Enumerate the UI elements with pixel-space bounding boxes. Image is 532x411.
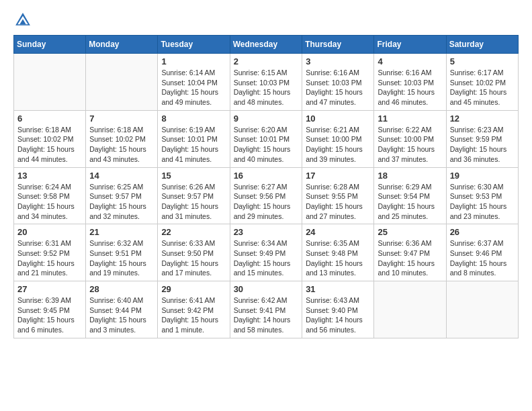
day-info: Sunrise: 6:37 AM Sunset: 9:46 PM Dayligh… [450,238,515,278]
calendar-week-row: 20Sunrise: 6:31 AM Sunset: 9:52 PM Dayli… [14,224,519,281]
day-number: 12 [450,113,515,124]
calendar-day-cell: 22Sunrise: 6:33 AM Sunset: 9:50 PM Dayli… [158,224,230,281]
calendar-day-cell: 3Sunrise: 6:16 AM Sunset: 10:03 PM Dayli… [302,54,374,111]
day-number: 17 [306,171,370,181]
calendar-week-row: 13Sunrise: 6:24 AM Sunset: 9:58 PM Dayli… [14,167,519,224]
calendar-day-cell: 11Sunrise: 6:22 AM Sunset: 10:00 PM Dayl… [374,110,446,167]
day-number: 8 [161,113,226,124]
calendar-day-cell: 14Sunrise: 6:25 AM Sunset: 9:57 PM Dayli… [86,167,158,224]
calendar-day-cell [86,54,158,111]
day-number: 1 [161,56,226,66]
calendar-day-cell: 18Sunrise: 6:29 AM Sunset: 9:54 PM Dayli… [374,167,446,224]
day-info: Sunrise: 6:21 AM Sunset: 10:00 PM Daylig… [306,125,370,165]
calendar-day-cell: 10Sunrise: 6:21 AM Sunset: 10:00 PM Dayl… [302,110,374,167]
calendar-day-cell: 25Sunrise: 6:36 AM Sunset: 9:47 PM Dayli… [374,224,446,281]
day-info: Sunrise: 6:43 AM Sunset: 9:40 PM Dayligh… [306,295,370,335]
calendar-week-row: 1Sunrise: 6:14 AM Sunset: 10:04 PM Dayli… [14,54,519,111]
day-number: 30 [234,284,299,294]
day-info: Sunrise: 6:23 AM Sunset: 9:59 PM Dayligh… [450,125,515,165]
day-number: 3 [306,56,370,66]
day-number: 5 [450,56,515,66]
weekday-header: Thursday [302,36,374,54]
day-info: Sunrise: 6:15 AM Sunset: 10:03 PM Daylig… [234,68,299,107]
calendar-day-cell: 24Sunrise: 6:35 AM Sunset: 9:48 PM Dayli… [302,224,374,281]
calendar-day-cell: 31Sunrise: 6:43 AM Sunset: 9:40 PM Dayli… [302,281,374,338]
day-info: Sunrise: 6:24 AM Sunset: 9:58 PM Dayligh… [17,182,82,222]
day-info: Sunrise: 6:34 AM Sunset: 9:49 PM Dayligh… [234,238,299,278]
calendar-day-cell: 30Sunrise: 6:42 AM Sunset: 9:41 PM Dayli… [230,281,302,338]
calendar-day-cell: 4Sunrise: 6:16 AM Sunset: 10:03 PM Dayli… [374,54,446,111]
calendar-day-cell: 23Sunrise: 6:34 AM Sunset: 9:49 PM Dayli… [230,224,302,281]
day-number: 16 [234,171,299,181]
calendar-day-cell: 20Sunrise: 6:31 AM Sunset: 9:52 PM Dayli… [14,224,86,281]
calendar-day-cell [374,281,446,338]
calendar-day-cell: 15Sunrise: 6:26 AM Sunset: 9:57 PM Dayli… [158,167,230,224]
day-number: 31 [306,284,370,294]
day-number: 19 [450,171,515,181]
weekday-header: Sunday [14,36,86,54]
day-number: 13 [17,171,82,181]
day-number: 11 [378,113,442,124]
day-info: Sunrise: 6:42 AM Sunset: 9:41 PM Dayligh… [234,295,299,335]
day-info: Sunrise: 6:14 AM Sunset: 10:04 PM Daylig… [161,68,226,107]
day-number: 9 [234,113,299,124]
calendar-day-cell: 19Sunrise: 6:30 AM Sunset: 9:53 PM Dayli… [446,167,518,224]
calendar-day-cell: 16Sunrise: 6:27 AM Sunset: 9:56 PM Dayli… [230,167,302,224]
day-info: Sunrise: 6:36 AM Sunset: 9:47 PM Dayligh… [378,238,442,278]
day-number: 25 [378,227,442,237]
day-number: 23 [234,227,299,237]
weekday-header: Monday [86,36,158,54]
calendar-day-cell: 21Sunrise: 6:32 AM Sunset: 9:51 PM Dayli… [86,224,158,281]
day-info: Sunrise: 6:29 AM Sunset: 9:54 PM Dayligh… [378,182,442,222]
calendar-week-row: 6Sunrise: 6:18 AM Sunset: 10:02 PM Dayli… [14,110,519,167]
day-info: Sunrise: 6:25 AM Sunset: 9:57 PM Dayligh… [89,182,154,222]
calendar-day-cell [446,281,518,338]
day-info: Sunrise: 6:22 AM Sunset: 10:00 PM Daylig… [378,125,442,165]
calendar-week-row: 27Sunrise: 6:39 AM Sunset: 9:45 PM Dayli… [14,281,519,338]
day-number: 15 [161,171,226,181]
calendar-day-cell: 17Sunrise: 6:28 AM Sunset: 9:55 PM Dayli… [302,167,374,224]
day-number: 21 [89,227,154,237]
day-info: Sunrise: 6:28 AM Sunset: 9:55 PM Dayligh… [306,182,370,222]
day-info: Sunrise: 6:39 AM Sunset: 9:45 PM Dayligh… [17,295,82,335]
day-info: Sunrise: 6:27 AM Sunset: 9:56 PM Dayligh… [234,182,299,222]
calendar-day-cell: 28Sunrise: 6:40 AM Sunset: 9:44 PM Dayli… [86,281,158,338]
weekday-header: Saturday [446,36,518,54]
day-info: Sunrise: 6:41 AM Sunset: 9:42 PM Dayligh… [161,295,226,335]
day-number: 27 [17,284,82,294]
day-number: 7 [89,113,154,124]
day-number: 6 [17,113,82,124]
day-number: 24 [306,227,370,237]
calendar-day-cell: 2Sunrise: 6:15 AM Sunset: 10:03 PM Dayli… [230,54,302,111]
day-info: Sunrise: 6:30 AM Sunset: 9:53 PM Dayligh… [450,182,515,222]
day-number: 28 [89,284,154,294]
weekday-header: Friday [374,36,446,54]
day-info: Sunrise: 6:20 AM Sunset: 10:01 PM Daylig… [234,125,299,165]
day-info: Sunrise: 6:16 AM Sunset: 10:03 PM Daylig… [306,68,370,107]
day-info: Sunrise: 6:16 AM Sunset: 10:03 PM Daylig… [378,68,442,107]
weekday-header: Wednesday [230,36,302,54]
calendar-day-cell: 12Sunrise: 6:23 AM Sunset: 9:59 PM Dayli… [446,110,518,167]
calendar-day-cell: 5Sunrise: 6:17 AM Sunset: 10:02 PM Dayli… [446,54,518,111]
calendar-day-cell: 9Sunrise: 6:20 AM Sunset: 10:01 PM Dayli… [230,110,302,167]
day-info: Sunrise: 6:32 AM Sunset: 9:51 PM Dayligh… [89,238,154,278]
calendar-day-cell: 7Sunrise: 6:18 AM Sunset: 10:02 PM Dayli… [86,110,158,167]
day-info: Sunrise: 6:26 AM Sunset: 9:57 PM Dayligh… [161,182,226,222]
day-number: 4 [378,56,442,66]
day-info: Sunrise: 6:18 AM Sunset: 10:02 PM Daylig… [89,125,154,165]
calendar-day-cell: 27Sunrise: 6:39 AM Sunset: 9:45 PM Dayli… [14,281,86,338]
day-number: 29 [161,284,226,294]
calendar-day-cell [14,54,86,111]
day-info: Sunrise: 6:35 AM Sunset: 9:48 PM Dayligh… [306,238,370,278]
day-number: 2 [234,56,299,66]
calendar-table: SundayMondayTuesdayWednesdayThursdayFrid… [13,35,519,338]
page-header [13,11,519,30]
day-number: 26 [450,227,515,237]
day-number: 10 [306,113,370,124]
day-number: 18 [378,171,442,181]
calendar-day-cell: 8Sunrise: 6:19 AM Sunset: 10:01 PM Dayli… [158,110,230,167]
calendar-day-cell: 13Sunrise: 6:24 AM Sunset: 9:58 PM Dayli… [14,167,86,224]
weekday-header: Tuesday [158,36,230,54]
day-info: Sunrise: 6:19 AM Sunset: 10:01 PM Daylig… [161,125,226,165]
logo [13,11,35,30]
